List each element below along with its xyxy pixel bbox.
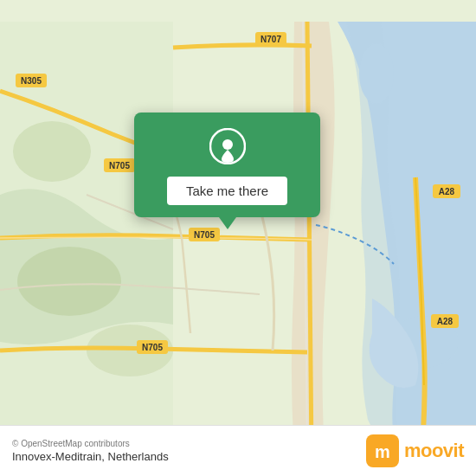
svg-text:N705: N705 [194, 230, 215, 240]
svg-point-24 [222, 139, 233, 150]
svg-text:A28: A28 [439, 187, 455, 196]
map-container: N707 N305 N707 N705 N705 N705 A28 A28 [0, 0, 476, 476]
bottom-left: © OpenStreetMap contributors Innovex-Med… [12, 439, 169, 463]
moovit-logo: m moovit [366, 434, 464, 467]
svg-point-4 [17, 247, 121, 316]
map-background: N707 N305 N707 N705 N705 N705 A28 A28 [0, 0, 476, 476]
svg-text:N705: N705 [109, 161, 130, 170]
moovit-m-icon: m [366, 434, 399, 467]
location-pin-icon [209, 128, 246, 164]
popup-card: Take me there [134, 113, 320, 217]
svg-text:N705: N705 [142, 343, 163, 352]
svg-text:N707: N707 [261, 35, 281, 44]
copyright-text: © OpenStreetMap contributors [12, 439, 169, 448]
svg-point-2 [359, 43, 394, 104]
take-me-there-button[interactable]: Take me there [167, 177, 287, 205]
bottom-bar: © OpenStreetMap contributors Innovex-Med… [0, 425, 476, 476]
svg-point-6 [13, 121, 91, 182]
svg-text:m: m [375, 442, 390, 461]
svg-text:A28: A28 [437, 317, 453, 326]
moovit-brand-text: moovit [404, 440, 464, 462]
location-name: Innovex-Meditrain, Netherlands [12, 450, 169, 463]
svg-text:N305: N305 [21, 76, 42, 86]
